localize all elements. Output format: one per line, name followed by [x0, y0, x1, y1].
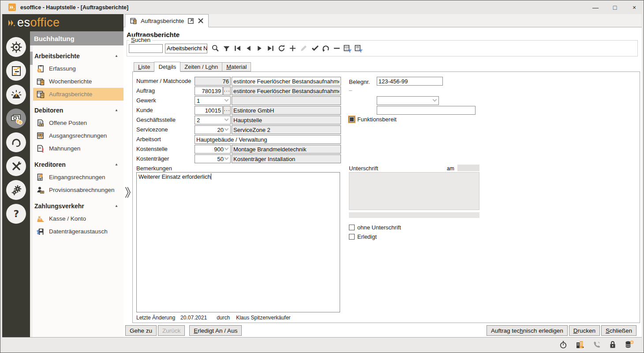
help-icon[interactable]: ?	[6, 204, 26, 224]
drucken-button[interactable]: Drucken	[569, 325, 600, 336]
kunde-desc-field	[232, 106, 341, 115]
sidebar-item-ausgangsrechnungen[interactable]: Ausgangsrechnungen	[33, 129, 124, 142]
edit-record-icon[interactable]	[299, 44, 308, 53]
arbeitsort-field[interactable]	[195, 135, 341, 144]
alarm-siren-icon[interactable]	[6, 85, 26, 105]
erledigt-row[interactable]: Erledigt	[349, 233, 377, 240]
refresh-icon[interactable]	[277, 44, 286, 53]
search-icon[interactable]	[210, 44, 220, 53]
filter-icon[interactable]	[221, 44, 231, 53]
sidebar-item-provisionsabrechnungen[interactable]: Provisionsabrechnungen	[33, 184, 124, 196]
doc-tab-auftragsberichte[interactable]: Auftragsberichte	[125, 14, 209, 27]
section-zahlungsverkehr[interactable]: Zahlungsverkehr ▲	[33, 199, 124, 212]
gewerk-combo[interactable]: 1	[195, 96, 231, 105]
erledigt-checkbox[interactable]	[349, 234, 355, 240]
previous-record-icon[interactable]	[243, 44, 253, 53]
chevron-down-icon	[225, 97, 229, 101]
section-arbeitsberichte[interactable]: Arbeitsberichte ▲	[33, 49, 124, 62]
secondary-combo[interactable]	[377, 96, 439, 105]
brand-logo: es office	[2, 14, 124, 31]
add-record-icon[interactable]	[288, 44, 297, 53]
helm-icon[interactable]	[6, 37, 26, 57]
unterschrift-label: Unterschrift	[349, 164, 378, 173]
last-change-date: 20.07.2021	[180, 315, 207, 321]
search-field-selector[interactable]: Arbeitsbericht N	[165, 44, 207, 53]
search-input[interactable]	[129, 44, 163, 53]
ohne-unterschrift-label: ohne Unterschrift	[357, 224, 401, 231]
last-change-by-label: durch	[217, 315, 230, 321]
auftrag-field[interactable]	[195, 86, 223, 95]
collapse-arrow-icon[interactable]: ▲	[115, 54, 118, 58]
close-tab-icon[interactable]	[198, 18, 204, 24]
schliessen-button[interactable]: Schließen	[601, 325, 637, 336]
kostentraeger-combo[interactable]: 50	[195, 154, 231, 163]
belegnr-field[interactable]	[377, 77, 443, 86]
filter-records-icon[interactable]	[343, 44, 352, 53]
sidebar-expand-handle[interactable]	[124, 185, 131, 199]
collapse-arrow-icon[interactable]: ▲	[115, 108, 118, 112]
erledigt-an-aus-button[interactable]: Erledigt An / Aus	[189, 325, 242, 336]
secondary-field[interactable]	[377, 106, 476, 115]
company-branch-icon[interactable]	[575, 340, 585, 349]
database-icon[interactable]	[624, 340, 634, 349]
kostentraeger-desc-field	[232, 154, 341, 163]
filter-dialog-icon[interactable]	[354, 44, 363, 53]
close-button[interactable]: ×	[628, 3, 641, 12]
undo-icon[interactable]	[321, 44, 330, 53]
sidebar-item-eingangsrechnungen[interactable]: Eingangsrechnungen	[33, 171, 124, 184]
sidebar-item-erfassung[interactable]: Erfassung	[33, 62, 124, 75]
matchcode-field[interactable]	[232, 77, 341, 86]
lock-icon[interactable]	[609, 340, 617, 349]
tab-details[interactable]: Details	[154, 62, 180, 72]
planning-board-icon[interactable]	[6, 61, 26, 81]
first-record-icon[interactable]	[232, 44, 242, 53]
sidebar-item-offene-posten[interactable]: Offene Posten	[33, 116, 124, 129]
headset-icon[interactable]	[6, 132, 26, 152]
delete-record-icon[interactable]	[332, 44, 341, 53]
phone-icon[interactable]	[592, 340, 601, 349]
maximize-button[interactable]: □	[608, 3, 622, 12]
ohne-unterschrift-row[interactable]: ohne Unterschrift	[349, 224, 401, 231]
sidebar-item-auftragsberichte[interactable]: Auftragsberichte	[33, 88, 124, 101]
settings-gears-icon[interactable]	[6, 180, 26, 200]
ohne-unterschrift-checkbox[interactable]	[349, 225, 355, 230]
menu-scrollbar[interactable]	[30, 45, 33, 337]
tab-zeiten-lohn[interactable]: Zeiten / Lohn	[180, 62, 222, 71]
signature-area[interactable]	[349, 172, 479, 210]
nummer-field	[195, 77, 231, 86]
gehe-zu-button[interactable]: Gehe zu	[125, 325, 157, 336]
sidebar-item-datentraegeraustausch[interactable]: Datenträgeraustausch	[33, 225, 124, 238]
zurueck-button: Zurück	[158, 325, 185, 336]
tools-icon[interactable]	[6, 156, 26, 176]
accounting-money-icon[interactable]	[6, 109, 26, 128]
kostenstelle-combo[interactable]: 900	[195, 145, 231, 154]
servicezone-combo[interactable]: 20	[195, 125, 231, 134]
bemerkungen-textarea[interactable]: Weiterer Einsatz erforderlich	[136, 172, 340, 312]
sidebar-item-mahnungen[interactable]: Mahnungen	[33, 142, 124, 155]
stopwatch-icon[interactable]	[559, 340, 568, 349]
last-record-icon[interactable]	[266, 44, 275, 53]
auftrag-lookup-button[interactable]: ···	[223, 86, 231, 95]
auftrag-technisch-erledigen-button[interactable]: Auftrag technisch erledigen	[487, 325, 568, 336]
next-record-icon[interactable]	[255, 44, 264, 53]
kunde-lookup-button[interactable]: ···	[223, 106, 231, 115]
geschaeftsstelle-combo[interactable]: 2	[195, 116, 231, 124]
section-kreditoren[interactable]: Kreditoren ▲	[33, 158, 124, 171]
text-caret	[211, 173, 211, 180]
am-label: am	[447, 165, 454, 172]
tab-material[interactable]: Material	[222, 62, 251, 71]
collapse-arrow-icon[interactable]: ▲	[115, 204, 118, 208]
sidebar-item-kasse-konto[interactable]: Kasse / Konto	[33, 212, 124, 225]
minimize-button[interactable]: —	[589, 3, 602, 12]
chevron-down-icon	[225, 146, 229, 150]
tab-liste[interactable]: Liste	[134, 62, 154, 71]
collapse-arrow-icon[interactable]: ▲	[115, 162, 118, 166]
post-record-icon[interactable]	[310, 44, 319, 53]
open-new-window-icon[interactable]	[187, 18, 194, 24]
table-report-icon	[130, 17, 137, 25]
funktionsbereit-row[interactable]: Funktionsbereit	[349, 116, 397, 123]
sidebar-item-wochenberichte[interactable]: Wochenberichte	[33, 75, 124, 88]
funktionsbereit-checkbox[interactable]	[349, 116, 355, 122]
section-debitoren[interactable]: Debitoren ▲	[33, 104, 124, 116]
kunde-field[interactable]	[195, 106, 223, 115]
